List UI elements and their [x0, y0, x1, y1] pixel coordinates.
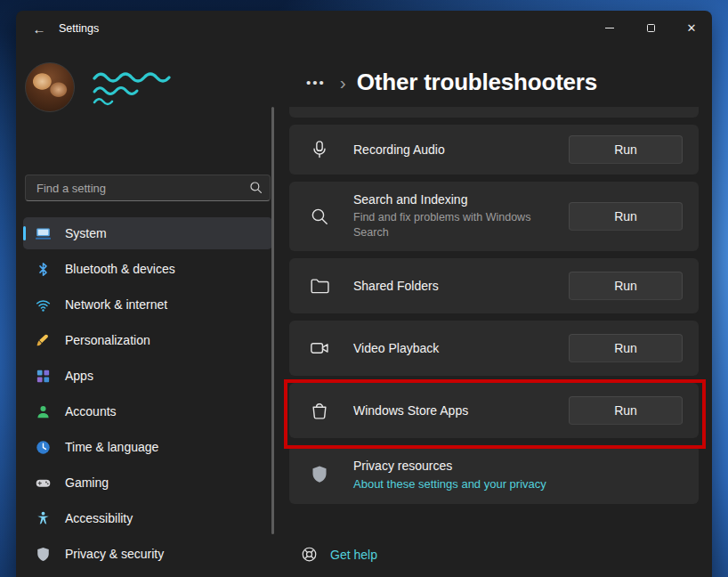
sidebar-item-network-internet[interactable]: Network & internet [23, 288, 272, 321]
sidebar: System Bluetooth & devices Network & int… [16, 46, 283, 577]
video-camera-icon [309, 337, 330, 359]
breadcrumb-ellipsis-button[interactable]: ••• [303, 73, 329, 92]
privacy-resources-title: Privacy resources [353, 459, 546, 473]
sidebar-item-label: Network & internet [65, 297, 167, 312]
caption-buttons: ✕ [589, 11, 712, 45]
settings-window: ← Settings ✕ [16, 11, 712, 577]
chevron-right-icon: › [340, 73, 346, 92]
gamepad-icon [35, 475, 52, 492]
sidebar-item-label: Accounts [65, 404, 117, 419]
get-help-row: Get help [300, 545, 699, 564]
sidebar-item-bluetooth-devices[interactable]: Bluetooth & devices [23, 253, 272, 285]
sidebar-item-accounts[interactable]: Accounts [23, 395, 272, 427]
troubleshooter-name: Video Playback [353, 341, 439, 355]
user-name-redacted [91, 68, 224, 107]
troubleshooter-name: Shared Folders [353, 279, 439, 293]
troubleshooter-row-windows-store-apps: Windows Store Apps Run [289, 383, 699, 438]
minimize-icon [605, 28, 614, 28]
troubleshooter-row-recording-audio: Recording Audio Run [289, 125, 699, 175]
magnifier-icon [309, 206, 330, 227]
network-icon [35, 297, 52, 313]
sidebar-item-accessibility[interactable]: Accessibility [23, 502, 272, 534]
sidebar-item-label: Accessibility [65, 511, 133, 525]
sidebar-item-windows-update[interactable]: Windows Update [23, 573, 272, 577]
back-button[interactable]: ← [21, 13, 57, 44]
sidebar-item-system[interactable]: System [23, 217, 272, 249]
close-icon: ✕ [687, 22, 697, 34]
titlebar: ← Settings ✕ [16, 11, 712, 46]
accounts-person-icon [35, 403, 52, 420]
troubleshooter-description: Find and fix problems with Windows Searc… [353, 210, 565, 240]
system-icon [35, 225, 52, 242]
window-title: Settings [59, 22, 99, 35]
scrollbar[interactable] [271, 107, 274, 534]
accessibility-person-icon [35, 510, 52, 527]
close-button[interactable]: ✕ [671, 11, 712, 45]
sidebar-item-label: Privacy & security [65, 547, 164, 561]
troubleshooter-name: Search and Indexing [353, 192, 565, 207]
user-avatar[interactable] [25, 62, 75, 112]
run-button-video-playback[interactable]: Run [569, 334, 683, 362]
sidebar-nav: System Bluetooth & devices Network & int… [23, 217, 272, 577]
microphone-icon [309, 139, 330, 160]
privacy-settings-link[interactable]: About these settings and your privacy [353, 477, 546, 491]
get-help-icon [300, 545, 319, 564]
sidebar-item-label: Time & language [65, 440, 158, 454]
sidebar-item-apps[interactable]: Apps [23, 360, 272, 392]
troubleshooter-row-video-playback: Video Playback Run [289, 321, 699, 376]
run-button-search-indexing[interactable]: Run [569, 202, 683, 231]
minimize-button[interactable] [589, 11, 630, 45]
search-icon [249, 181, 263, 194]
get-help-link[interactable]: Get help [330, 548, 377, 562]
personalization-brush-icon [35, 332, 52, 349]
apps-grid-icon [35, 368, 52, 385]
back-arrow-icon: ← [33, 21, 46, 37]
sidebar-item-label: Bluetooth & devices [65, 262, 175, 276]
sidebar-item-label: System [65, 226, 107, 240]
sidebar-item-label: Apps [65, 369, 93, 383]
sidebar-item-time-language[interactable]: Time & language [23, 431, 272, 463]
clipped-row-above [289, 107, 699, 118]
shield-icon [35, 546, 52, 563]
troubleshooter-name: Recording Audio [353, 142, 445, 157]
sidebar-item-personalization[interactable]: Personalization [23, 324, 272, 356]
clock-icon [35, 439, 52, 456]
run-button-windows-store-apps[interactable]: Run [569, 396, 683, 425]
troubleshooter-name: Windows Store Apps [353, 403, 468, 418]
bluetooth-icon [35, 261, 52, 278]
search-input[interactable] [25, 175, 271, 201]
privacy-resources-row: Privacy resources About these settings a… [289, 445, 699, 504]
troubleshooter-row-search-indexing: Search and Indexing Find and fix problem… [289, 182, 699, 251]
store-bag-icon [309, 400, 330, 421]
sidebar-item-label: Personalization [65, 333, 150, 347]
breadcrumb: ••• › Other troubleshooters [303, 66, 699, 98]
sidebar-item-gaming[interactable]: Gaming [23, 467, 272, 499]
user-profile [25, 62, 283, 112]
troubleshooter-row-shared-folders: Shared Folders Run [289, 258, 699, 313]
maximize-icon [647, 24, 655, 32]
run-button-shared-folders[interactable]: Run [569, 272, 683, 300]
sidebar-item-label: Gaming [65, 475, 109, 490]
troubleshooter-list: Recording Audio Run Search and Indexing … [289, 107, 699, 504]
page-title: Other troubleshooters [357, 69, 597, 96]
run-button-recording-audio[interactable]: Run [569, 135, 683, 164]
search-box [25, 175, 271, 201]
maximize-button[interactable] [630, 11, 671, 45]
main-content: ••• › Other troubleshooters Recording Au… [289, 46, 699, 577]
shared-folder-icon [309, 275, 330, 297]
sidebar-item-privacy-security[interactable]: Privacy & security [23, 538, 272, 570]
privacy-shield-icon [309, 464, 330, 485]
